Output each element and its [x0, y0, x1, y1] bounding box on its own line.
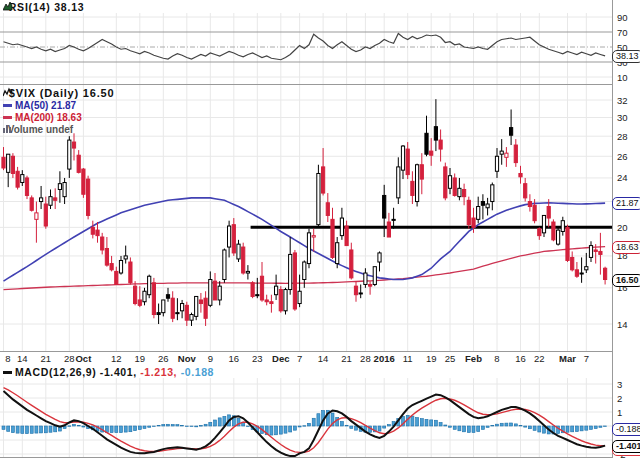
candle-body	[472, 218, 475, 227]
macd-histogram-bar	[303, 426, 306, 427]
rsi-legend-label: RSI(14) 38.13	[9, 1, 85, 13]
macd-line	[4, 391, 606, 456]
macd-histogram-bar	[585, 426, 588, 430]
date-axis-label: 2016	[372, 353, 396, 364]
candle-body	[416, 165, 419, 202]
macd-histogram-bar	[2, 426, 5, 429]
candle-body	[72, 142, 75, 148]
candle-body	[289, 254, 292, 289]
macd-histogram-bar	[275, 426, 278, 435]
candle-body	[58, 184, 61, 190]
candle-body	[223, 250, 226, 280]
candle-body	[505, 153, 508, 157]
macd-hist-value-tag: -0.188	[612, 423, 640, 436]
macd-histogram-bar	[73, 424, 76, 426]
ma200-legend: MA(200) 18.63	[3, 112, 82, 123]
macd-histogram-bar	[444, 425, 447, 426]
candle-body	[420, 165, 423, 179]
macd-legend: MACD(12,26,9) -1.401, -1.213, -0.188	[3, 366, 214, 378]
macd-histogram-bar	[425, 419, 428, 426]
macd-histogram-bar	[491, 426, 494, 427]
macd-histogram-bar	[604, 426, 607, 427]
candle-body	[166, 295, 169, 298]
price-axis-label: 26	[617, 151, 628, 162]
macd-histogram-bar	[134, 426, 137, 431]
candle-body	[275, 286, 278, 295]
rsi-axis-label: 70	[617, 27, 628, 38]
candle-body	[246, 271, 249, 273]
macd-histogram-bar	[209, 422, 212, 426]
macd-histogram-bar	[199, 426, 202, 427]
candle-body	[552, 222, 555, 240]
candle-body	[256, 295, 259, 296]
candle-body	[542, 215, 545, 232]
ma50-legend-label: MA(50) 21.87	[15, 100, 76, 111]
macd-histogram-bar	[449, 426, 452, 427]
candle-body	[326, 203, 329, 216]
candle-body	[284, 290, 287, 311]
symbol-title: $VIX (Daily) 16.50	[3, 87, 114, 99]
candle-body	[148, 276, 151, 294]
candle-body	[528, 202, 531, 207]
macd-histogram-bar	[68, 426, 71, 427]
candle-body	[510, 128, 513, 136]
price-axis-label: 32	[617, 95, 628, 106]
macd-histogram-bar	[270, 426, 273, 435]
ma200-swatch-icon	[3, 116, 12, 119]
candle-body	[585, 267, 588, 270]
macd-histogram-bar	[54, 426, 57, 432]
candle-body	[397, 167, 400, 198]
candle-body	[411, 181, 414, 195]
rsi-axis-label: 90	[617, 12, 628, 23]
macd-histogram-bar	[571, 426, 574, 432]
macd-histogram-bar	[82, 426, 85, 427]
macd-histogram-bar	[486, 426, 489, 427]
candle-body	[213, 281, 216, 300]
candle-body	[580, 273, 583, 274]
candle-body	[124, 256, 127, 259]
macd-histogram-bar	[467, 426, 470, 433]
price-axis-label: 20	[617, 222, 628, 233]
volume-legend: Volume undef	[3, 124, 73, 135]
candle-body	[378, 253, 381, 262]
chart-canvas	[0, 0, 640, 463]
date-axis-label: 7	[574, 353, 598, 364]
candle-body	[101, 237, 104, 250]
volume-legend-label: Volume undef	[8, 124, 73, 135]
macd-swatch-icon	[3, 371, 12, 374]
macd-histogram-bar	[204, 424, 207, 426]
candle-body	[373, 267, 376, 285]
macd-axis-label: 3	[617, 379, 622, 390]
macd-histogram-bar	[298, 426, 301, 427]
macd-histogram-bar	[279, 426, 282, 434]
macd-histogram-bar	[340, 421, 343, 426]
candle-body	[589, 246, 592, 258]
candle-body	[444, 167, 447, 198]
candle-body	[519, 173, 522, 176]
macd-histogram-bar	[453, 426, 456, 429]
candle-body	[40, 198, 43, 202]
candle-body	[293, 253, 296, 309]
candle-body	[331, 219, 334, 257]
macd-histogram-bar	[152, 426, 155, 427]
candle-body	[317, 173, 320, 224]
candle-body	[514, 145, 517, 163]
candle-body	[68, 140, 71, 169]
candle-body	[369, 284, 372, 286]
last-price-tag: 16.50	[612, 274, 640, 287]
candle-body	[185, 305, 188, 320]
macd-histogram-bar	[510, 423, 513, 426]
date-axis-label: Oct	[71, 353, 95, 364]
candle-body	[176, 313, 179, 314]
macd-histogram-bar	[538, 426, 541, 432]
candle-body	[495, 156, 498, 171]
candle-body	[340, 218, 343, 236]
ma200-value-tag: 18.63	[612, 241, 640, 254]
candle-body	[463, 189, 466, 196]
macd-histogram-bar	[7, 426, 10, 431]
candle-body	[162, 300, 165, 313]
macd-histogram-bar	[472, 426, 475, 433]
macd-histogram-bar	[378, 426, 381, 431]
price-axis-label: 30	[617, 112, 628, 123]
macd-histogram-bar	[416, 418, 419, 426]
